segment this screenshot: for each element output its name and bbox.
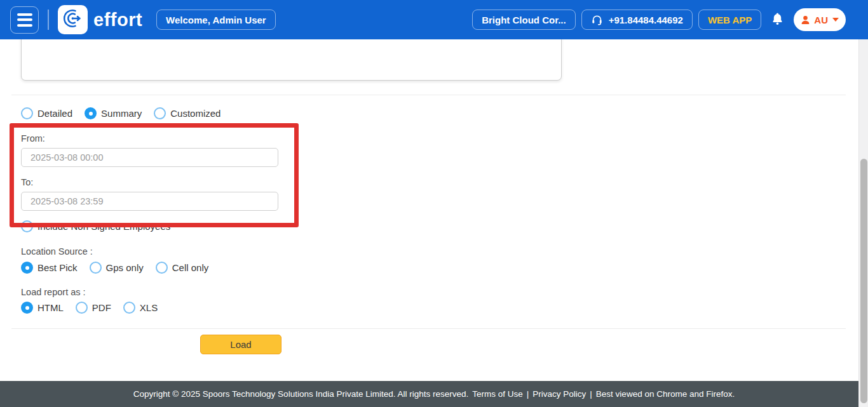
report-format-radio-group: HTML PDF XLS xyxy=(21,302,170,314)
report-type-radio-group: Detailed Summary Customized xyxy=(21,107,233,119)
footer-separator: | xyxy=(590,389,592,399)
header-left: effort Welcome, Admin User xyxy=(0,5,276,34)
terms-of-use-link[interactable]: Terms of Use xyxy=(472,389,523,399)
section-divider xyxy=(11,328,846,329)
from-datetime-input[interactable] xyxy=(21,148,278,167)
radio-html[interactable]: HTML xyxy=(21,302,64,314)
welcome-user-button[interactable]: Welcome, Admin User xyxy=(156,10,276,30)
load-button[interactable]: Load xyxy=(200,335,281,354)
privacy-policy-link[interactable]: Privacy Policy xyxy=(532,389,586,399)
radio-icon xyxy=(123,302,135,314)
radio-checked-icon xyxy=(21,262,33,274)
company-button[interactable]: Bright Cloud Cor... xyxy=(472,10,576,30)
web-app-button[interactable]: WEB APP xyxy=(698,10,761,30)
radio-pdf[interactable]: PDF xyxy=(76,302,111,314)
radio-detailed[interactable]: Detailed xyxy=(21,107,72,119)
avatar-initials: AU xyxy=(814,15,828,25)
radio-icon xyxy=(156,262,168,274)
radio-cell-only[interactable]: Cell only xyxy=(156,262,209,274)
header-right: Bright Cloud Cor... +91.84484.44692 WEB … xyxy=(472,8,868,31)
radio-checked-icon xyxy=(21,302,33,314)
section-divider xyxy=(11,95,846,95)
to-datetime-input[interactable] xyxy=(21,192,278,211)
radio-gps-only[interactable]: Gps only xyxy=(90,262,144,274)
location-source-label: Location Source : xyxy=(21,246,93,257)
radio-icon xyxy=(21,220,33,232)
header-divider xyxy=(48,10,49,30)
footer-separator: | xyxy=(527,389,529,399)
headset-icon xyxy=(591,14,603,26)
highlight-annotation xyxy=(10,123,299,227)
notifications-button[interactable] xyxy=(771,11,783,28)
hamburger-menu-button[interactable] xyxy=(10,6,39,34)
app-header: effort Welcome, Admin User Bright Cloud … xyxy=(0,0,868,39)
support-phone-button[interactable]: +91.84484.44692 xyxy=(581,10,693,30)
scrollbar-thumb[interactable] xyxy=(860,159,867,403)
radio-best-pick[interactable]: Best Pick xyxy=(21,262,78,274)
user-icon xyxy=(800,15,811,25)
radio-icon xyxy=(21,107,33,119)
avatar-menu[interactable]: AU xyxy=(794,8,846,31)
scrollbar-track[interactable] xyxy=(858,39,868,407)
radio-icon xyxy=(154,107,166,119)
bell-icon xyxy=(771,11,783,28)
radio-icon xyxy=(76,302,88,314)
radio-summary[interactable]: Summary xyxy=(85,107,142,119)
footer: Copyright © 2025 Spoors Technology Solut… xyxy=(0,381,868,407)
include-non-signed-option[interactable]: Include Non Signed Employees xyxy=(21,220,170,232)
effort-logo[interactable] xyxy=(58,5,88,34)
menu-icon xyxy=(17,13,32,16)
brand-text: effort xyxy=(93,10,142,30)
effort-logo-icon xyxy=(62,8,84,32)
from-label: From: xyxy=(21,133,45,143)
location-source-radio-group: Best Pick Gps only Cell only xyxy=(21,262,220,274)
radio-xls[interactable]: XLS xyxy=(123,302,158,314)
radio-icon xyxy=(90,262,102,274)
radio-checked-icon xyxy=(85,107,97,119)
to-label: To: xyxy=(21,177,33,187)
chevron-down-icon xyxy=(832,18,839,22)
best-viewed-text: Best viewed on Chrome and Firefox. xyxy=(596,389,735,399)
copyright-text: Copyright © 2025 Spoors Technology Solut… xyxy=(133,389,468,399)
load-report-as-label: Load report as : xyxy=(21,287,86,297)
support-phone-label: +91.84484.44692 xyxy=(609,15,683,25)
radio-customized[interactable]: Customized xyxy=(154,107,220,119)
